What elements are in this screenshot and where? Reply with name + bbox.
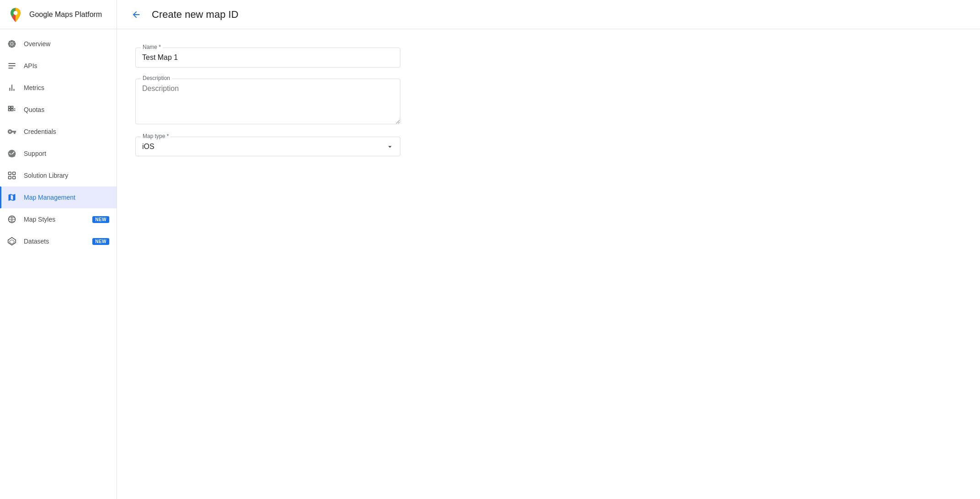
name-field-wrapper: Name *	[135, 48, 400, 68]
sidebar-item-solution-library[interactable]: Solution Library	[0, 165, 117, 186]
map-type-select[interactable]: JavaScript Android iOS	[135, 137, 400, 156]
map-management-icon	[7, 193, 16, 202]
sidebar-item-datasets[interactable]: Datasets NEW	[0, 230, 117, 252]
sidebar-item-datasets-label: Datasets	[24, 238, 85, 245]
sidebar-item-support-label: Support	[24, 150, 109, 157]
sidebar-item-support[interactable]: Support	[0, 143, 117, 165]
sidebar-item-apis-label: APIs	[24, 62, 109, 69]
svg-marker-18	[10, 240, 14, 244]
sidebar-item-map-styles[interactable]: Map Styles NEW	[0, 208, 117, 230]
map-type-field-wrapper: Map type * JavaScript Android iOS	[135, 137, 400, 156]
map-styles-icon	[7, 215, 16, 224]
sidebar-item-map-management-label: Map Management	[24, 194, 109, 201]
datasets-new-badge: NEW	[92, 238, 109, 245]
sidebar-item-solution-library-label: Solution Library	[24, 172, 109, 179]
credentials-icon	[7, 127, 16, 136]
sidebar-item-overview-label: Overview	[24, 40, 109, 48]
google-maps-logo	[7, 6, 24, 23]
metrics-icon	[7, 83, 16, 92]
svg-point-0	[14, 11, 18, 15]
sidebar-item-map-styles-label: Map Styles	[24, 216, 85, 223]
svg-rect-6	[11, 106, 13, 108]
datasets-icon	[7, 237, 16, 246]
sidebar-header: Google Maps Platform	[0, 0, 117, 29]
sidebar-item-overview[interactable]: Overview	[0, 33, 117, 55]
sidebar-item-credentials-label: Credentials	[24, 128, 109, 135]
sidebar-item-quotas-label: Quotas	[24, 106, 109, 113]
sidebar-item-quotas[interactable]: Quotas	[0, 99, 117, 121]
sidebar-item-apis[interactable]: APIs	[0, 55, 117, 77]
svg-rect-14	[9, 176, 11, 179]
svg-rect-5	[9, 106, 11, 108]
svg-point-11	[11, 151, 13, 153]
back-button[interactable]	[128, 6, 144, 23]
name-input[interactable]	[135, 48, 400, 68]
solution-library-icon	[7, 171, 16, 180]
apis-icon	[7, 61, 16, 70]
sidebar-title: Google Maps Platform	[29, 10, 102, 19]
svg-rect-15	[13, 176, 16, 179]
sidebar-item-map-management[interactable]: Map Management	[0, 186, 117, 208]
sidebar-item-metrics-label: Metrics	[24, 84, 109, 91]
sidebar-nav: Overview APIs Metrics	[0, 29, 117, 499]
support-icon	[7, 149, 16, 158]
svg-rect-12	[9, 172, 11, 175]
map-styles-new-badge: NEW	[92, 216, 109, 223]
sidebar-item-credentials[interactable]: Credentials	[0, 121, 117, 143]
main-header: Create new map ID	[117, 0, 980, 29]
main-content: Create new map ID Name * Description Map…	[117, 0, 980, 499]
back-arrow-icon	[131, 10, 141, 20]
svg-rect-13	[13, 172, 16, 175]
overview-icon	[7, 39, 16, 48]
sidebar: Google Maps Platform Overview	[0, 0, 117, 499]
description-input[interactable]	[135, 79, 400, 124]
description-field-wrapper: Description	[135, 79, 400, 126]
svg-point-1	[11, 43, 12, 44]
sidebar-item-metrics[interactable]: Metrics	[0, 77, 117, 99]
form-area: Name * Description Map type * JavaScript…	[117, 29, 980, 499]
svg-rect-7	[9, 109, 11, 111]
svg-rect-8	[11, 109, 13, 111]
quotas-icon	[7, 105, 16, 114]
page-title: Create new map ID	[152, 9, 239, 21]
